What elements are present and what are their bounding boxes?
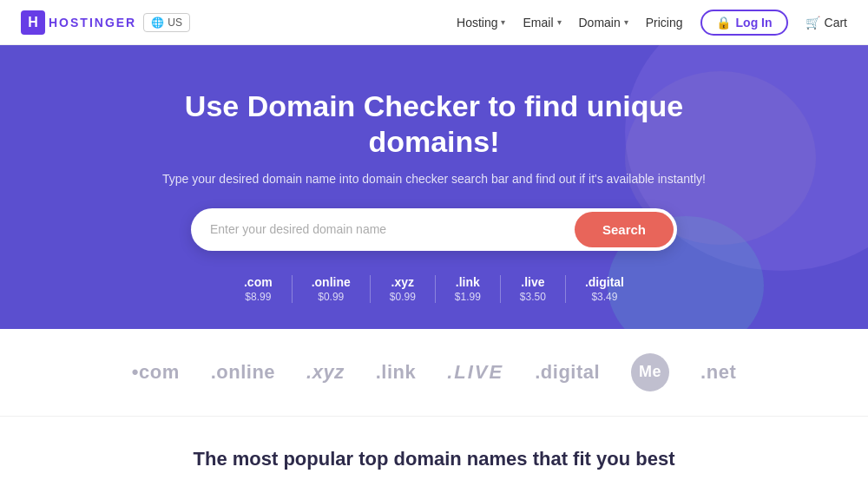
tld-xyz-price: $0.99	[390, 291, 416, 303]
tld-com: .com $8.99	[225, 275, 293, 303]
navbar: H HOSTINGER 🌐 US Hosting ▾ Email ▾ Domai…	[0, 0, 868, 45]
logo-brand: HOSTINGER	[49, 16, 136, 30]
language-selector[interactable]: 🌐 US	[143, 13, 190, 32]
navbar-right: Hosting ▾ Email ▾ Domain ▾ Pricing 🔒 Log…	[457, 10, 847, 36]
tld-com-price: $8.99	[245, 291, 271, 303]
bottom-title: The most popular top domain names that f…	[35, 448, 833, 470]
globe-icon: 🌐	[151, 16, 164, 29]
logo-icon: H	[21, 10, 45, 35]
cart-icon: 🛒	[806, 16, 820, 30]
logo: H HOSTINGER	[21, 10, 136, 35]
chevron-down-icon: ▾	[624, 17, 628, 27]
tld-online: .online $0.99	[293, 275, 371, 303]
login-button[interactable]: 🔒 Log In	[700, 10, 788, 36]
domain-search-input[interactable]	[191, 210, 575, 248]
email-label: Email	[523, 16, 553, 30]
domain-logo-digital: .digital	[535, 361, 600, 384]
nav-pricing[interactable]: Pricing	[646, 16, 683, 30]
lang-label: US	[168, 16, 182, 29]
tld-link-price: $1.99	[455, 291, 481, 303]
tld-live-ext: .live	[521, 275, 544, 289]
tld-live-price: $3.50	[520, 291, 546, 303]
tld-digital-price: $3.49	[591, 291, 617, 303]
nav-email[interactable]: Email ▾	[523, 16, 561, 30]
hosting-label: Hosting	[457, 16, 497, 30]
tld-online-price: $0.99	[318, 291, 344, 303]
domain-logo-me: Me	[631, 353, 669, 391]
cart-label: Cart	[825, 16, 847, 30]
domain-logo-com: •com	[132, 361, 180, 384]
nav-hosting[interactable]: Hosting ▾	[457, 16, 505, 30]
tld-live: .live $3.50	[501, 275, 566, 303]
search-button[interactable]: Search	[575, 212, 674, 247]
domain-logo-link: .link	[376, 361, 417, 384]
domain-logos-strip: •com .online .xyz .link .LIVE .digital M…	[0, 329, 868, 417]
domain-logo-live: .LIVE	[447, 361, 503, 384]
search-bar: Search	[191, 208, 677, 251]
hero-subtitle: Type your desired domain name into domai…	[17, 172, 851, 186]
domain-logo-online: .online	[211, 361, 275, 384]
tld-xyz-ext: .xyz	[391, 275, 414, 289]
lock-icon: 🔒	[716, 16, 731, 30]
tld-xyz: .xyz $0.99	[371, 275, 436, 303]
domain-logo-net: .net	[700, 361, 736, 384]
tld-link-ext: .link	[456, 275, 480, 289]
tld-price-list: .com $8.99 .online $0.99 .xyz $0.99 .lin…	[17, 275, 851, 303]
domain-label: Domain	[579, 16, 621, 30]
tld-online-ext: .online	[312, 275, 351, 289]
chevron-down-icon: ▾	[501, 17, 505, 27]
tld-digital-ext: .digital	[585, 275, 624, 289]
nav-domain[interactable]: Domain ▾	[579, 16, 628, 30]
chevron-down-icon: ▾	[557, 17, 562, 27]
tld-com-ext: .com	[244, 275, 273, 289]
tld-link: .link $1.99	[436, 275, 501, 303]
login-label: Log In	[736, 16, 773, 30]
bottom-section: The most popular top domain names that f…	[0, 417, 868, 480]
hero-section: Use Domain Checker to find unique domain…	[0, 45, 868, 329]
domain-logo-xyz: .xyz	[306, 361, 345, 384]
hero-title: Use Domain Checker to find unique domain…	[174, 89, 694, 160]
tld-digital: .digital $3.49	[566, 275, 643, 303]
navbar-left: H HOSTINGER 🌐 US	[21, 10, 190, 35]
pricing-label: Pricing	[646, 16, 683, 30]
hero-content: Use Domain Checker to find unique domain…	[17, 89, 851, 303]
cart-button[interactable]: 🛒 Cart	[806, 16, 847, 30]
